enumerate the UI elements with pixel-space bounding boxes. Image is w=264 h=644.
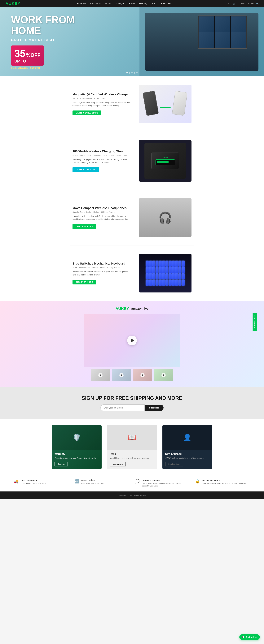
product-section-1: Magnetic Qi Certified Wireless Charger M… — [70, 76, 194, 132]
footer-info: 🚚 Fast US Shipping Free Shipping on Orde… — [0, 475, 264, 492]
key-48 — [182, 280, 185, 286]
read-title: Read — [110, 452, 154, 456]
key-14 — [149, 267, 152, 273]
desk-mockup — [145, 13, 258, 71]
hero-subtitle: GRAB A GREAT DEAL — [11, 38, 75, 42]
search-icon[interactable]: 🔍 — [256, 2, 258, 5]
nav-right: USD 🛒 1 MY ACCOUNT 🔍 — [227, 2, 258, 5]
video-thumb-1[interactable] — [91, 369, 110, 382]
nav-charger[interactable]: Charger — [116, 2, 124, 5]
hero-dot-3[interactable] — [131, 72, 133, 74]
key-32 — [169, 274, 172, 279]
key-6 — [162, 261, 165, 266]
key-37 — [146, 280, 149, 286]
amazon-live-section: AUKEY amazon live — [0, 301, 264, 387]
amazon-live-platform: amazon live — [131, 307, 149, 310]
play-button[interactable] — [127, 336, 137, 345]
subscribe-button[interactable]: Subscribe — [145, 405, 164, 411]
product-image-2: AUKEY — [139, 140, 191, 182]
nav-auto[interactable]: Auto — [151, 2, 156, 5]
product-title-4: Blue Switches Mechanical Keyboard — [73, 262, 131, 265]
key-43 — [165, 280, 168, 286]
key-12 — [182, 261, 185, 266]
key-3 — [152, 261, 155, 266]
product-btn-1[interactable]: LIMITED EARLY BIRDS — [73, 110, 101, 115]
key-35 — [178, 274, 181, 279]
hero-content: WORK FROM HOME GRAB A GREAT DEAL 35 %OFF… — [11, 14, 75, 69]
amazon-live-brand: AUKEY — [116, 306, 129, 311]
signup-section: SIGN UP FOR FREE SHIPPING AND MORE Subsc… — [0, 387, 264, 420]
nav-gaming[interactable]: Gaming — [139, 2, 147, 5]
nav-featured[interactable]: Featured — [77, 2, 86, 5]
key-24 — [182, 267, 185, 273]
nav-sound[interactable]: Sound — [128, 2, 135, 5]
info-card-warranty-img: 🛡️ — [52, 425, 102, 450]
key-16 — [156, 267, 159, 273]
video-thumb-play-3 — [140, 373, 145, 377]
product-info-2: 10000mAh Wireless Charging Stand Qi Wire… — [73, 150, 131, 172]
hero-dot-4[interactable] — [134, 72, 135, 74]
video-thumbnails — [84, 369, 180, 382]
returns-icon: ↩️ — [74, 479, 79, 484]
monitor-cell-4 — [198, 32, 214, 48]
product-btn-3[interactable]: DISCOVER MORE — [73, 224, 96, 229]
read-btn[interactable]: Learn more — [110, 462, 126, 466]
hero-date: From: 6/15/2021 – 6/29/2021 — [11, 67, 75, 69]
mini-triangle-icon-4 — [163, 374, 164, 376]
power-bank-screen — [155, 160, 175, 165]
product-info-3: Move Compact Wireless Headphones Superio… — [73, 206, 131, 229]
shipping-desc: Free Shipping on Orders over $35 — [21, 482, 48, 485]
email-input[interactable] — [100, 404, 145, 411]
key-47 — [178, 280, 181, 286]
key-7 — [165, 261, 168, 266]
cart-icon[interactable]: 🛒 — [233, 2, 235, 5]
hero-dot-1[interactable] — [126, 72, 128, 74]
power-bank-body: AUKEY — [151, 152, 179, 169]
key-17 — [159, 267, 162, 273]
key-9 — [172, 261, 175, 266]
nav-bestsellers[interactable]: Bestsellers — [90, 2, 101, 5]
warranty-btn[interactable]: Register — [55, 462, 68, 466]
mini-triangle-icon-3 — [142, 374, 143, 376]
hero-dot-5[interactable] — [136, 72, 138, 74]
key-23 — [178, 267, 181, 273]
footer-shipping: 🚚 Fast US Shipping Free Shipping on Orde… — [14, 479, 69, 487]
product-btn-4[interactable]: DISCOVER MORE — [73, 280, 96, 284]
warranty-icon: 🛡️ — [73, 434, 81, 441]
key-40 — [156, 280, 159, 286]
product-btn-2[interactable]: LIMITED TIME DEAL — [73, 167, 99, 172]
key-42 — [162, 280, 165, 286]
hero-image — [139, 7, 264, 76]
key-18 — [162, 267, 165, 273]
warranty-desc: Product warranty extended. Amazon Exclus… — [55, 456, 99, 460]
video-thumb-4[interactable] — [154, 369, 173, 382]
video-container — [84, 314, 180, 382]
info-card-read-body: Read Latest blogs, comments, tech news a… — [107, 450, 157, 469]
hero-dot-2[interactable] — [129, 72, 130, 74]
video-thumb-2[interactable] — [112, 369, 131, 382]
key-36 — [182, 274, 185, 279]
key-39 — [152, 280, 155, 286]
support-desc: Online Store: service@aukey.com Amazon S… — [142, 482, 190, 487]
key-26 — [149, 274, 152, 279]
product-info-4: Blue Switches Mechanical Keyboard AUKEY … — [73, 262, 131, 284]
key-title: Key Influencer — [165, 452, 209, 456]
nav-power[interactable]: Power — [105, 2, 112, 5]
video-thumb-3[interactable] — [133, 369, 152, 382]
product-section-3: Move Compact Wireless Headphones Superio… — [70, 190, 194, 246]
account-link[interactable]: MY ACCOUNT — [241, 2, 254, 5]
promo-side-tab[interactable]: GET 10% OFF! — [252, 313, 257, 331]
brand-logo[interactable]: AUKEY — [6, 2, 21, 6]
footer-payments: 🔒 Secure Payments Visa, Mastercard, Amex… — [195, 479, 250, 487]
footer-bottom: Follow Us on Your Favorite Network — [0, 492, 264, 499]
currency-selector[interactable]: USD — [227, 2, 231, 5]
nav-smartlife[interactable]: Smart Life — [160, 2, 171, 5]
monitor-cell-6 — [231, 32, 246, 48]
key-29 — [159, 274, 162, 279]
info-card-read: 📖 Read Latest blogs, comments, tech news… — [107, 425, 157, 469]
hero-banner: WORK FROM HOME GRAB A GREAT DEAL 35 %OFF… — [0, 7, 264, 76]
key-28 — [156, 274, 159, 279]
power-bank-bar — [157, 161, 168, 163]
product-desc-3: You will experience crisp, high-fidelity… — [73, 215, 131, 221]
key-25 — [146, 274, 149, 279]
